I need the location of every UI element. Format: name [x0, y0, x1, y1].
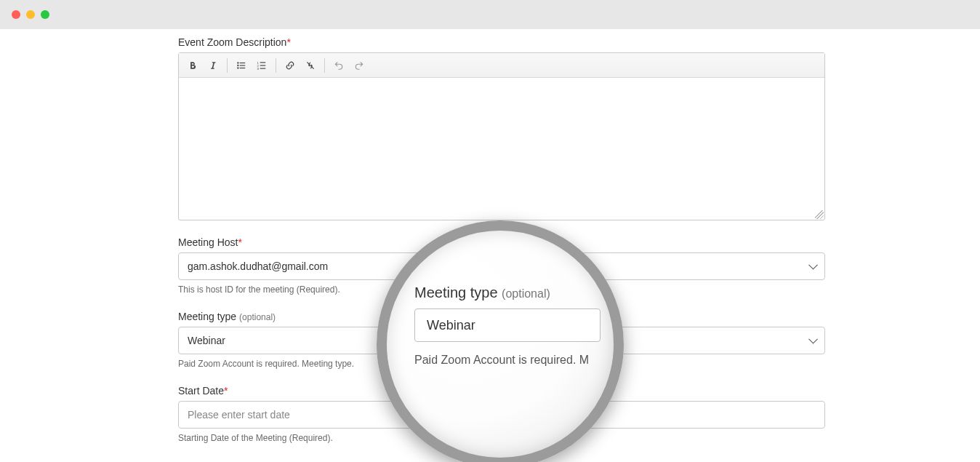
undo-icon — [333, 60, 345, 71]
italic-button[interactable] — [204, 56, 222, 75]
italic-icon — [208, 60, 218, 71]
bold-button[interactable] — [183, 56, 202, 75]
numbered-list-button[interactable]: 123 — [252, 56, 271, 75]
magnifier-label: Meeting type (optional) — [414, 284, 601, 301]
meeting-type-label-text: Meeting type — [178, 311, 236, 322]
required-mark: * — [224, 385, 228, 397]
toolbar-separator — [227, 58, 228, 73]
link-button[interactable] — [281, 56, 300, 75]
svg-rect-3 — [240, 65, 246, 65]
resize-handle-icon[interactable] — [815, 210, 824, 219]
undo-button[interactable] — [329, 56, 348, 75]
toolbar-separator — [324, 58, 325, 73]
meeting-host-label-text: Meeting Host — [178, 236, 238, 248]
description-label: Event Zoom Description* — [178, 36, 825, 48]
svg-rect-7 — [260, 62, 266, 63]
svg-rect-9 — [260, 65, 266, 65]
rich-text-editor: 123 — [178, 52, 825, 220]
window-titlebar — [0, 0, 980, 29]
svg-point-4 — [237, 67, 238, 68]
meeting-type-optional: (optional) — [239, 312, 276, 322]
svg-point-2 — [237, 64, 238, 65]
redo-button[interactable] — [350, 56, 369, 75]
magnifier-select: Webinar — [414, 308, 601, 342]
magnifier-optional: (optional) — [502, 287, 550, 300]
window-close-dot[interactable] — [12, 10, 20, 19]
rte-textarea[interactable] — [179, 78, 824, 220]
bullet-list-icon — [236, 60, 247, 71]
magnifier-help: Paid Zoom Account is required. M — [414, 354, 601, 367]
svg-text:3: 3 — [257, 66, 260, 70]
svg-point-0 — [237, 62, 238, 63]
rte-toolbar: 123 — [179, 53, 824, 78]
field-description: Event Zoom Description* 123 — [178, 36, 825, 220]
required-mark: * — [238, 236, 241, 248]
toolbar-separator — [276, 58, 276, 73]
svg-rect-11 — [260, 68, 266, 68]
numbered-list-icon: 123 — [256, 60, 268, 71]
bullet-list-button[interactable] — [232, 56, 251, 75]
unlink-button[interactable] — [301, 56, 320, 75]
window-zoom-dot[interactable] — [41, 10, 49, 19]
svg-rect-1 — [240, 62, 246, 63]
required-mark: * — [286, 36, 290, 48]
unlink-icon — [305, 60, 316, 71]
link-icon — [284, 60, 296, 71]
magnifier-select-value: Webinar — [427, 318, 475, 333]
magnifier-label-text: Meeting type — [414, 284, 498, 300]
description-label-text: Event Zoom Description — [178, 36, 286, 48]
window-minimize-dot[interactable] — [26, 10, 35, 19]
magnifier-content: Meeting type (optional) Webinar Paid Zoo… — [387, 231, 614, 458]
magnifier-overlay: Meeting type (optional) Webinar Paid Zoo… — [377, 220, 624, 462]
bold-icon — [188, 60, 198, 71]
start-date-label-text: Start Date — [178, 385, 224, 397]
svg-rect-5 — [240, 67, 246, 68]
redo-icon — [353, 60, 365, 71]
